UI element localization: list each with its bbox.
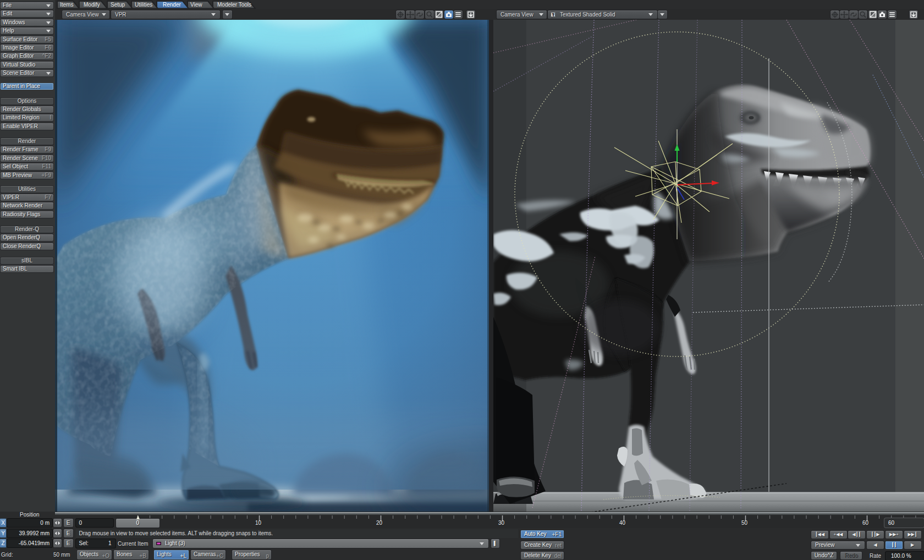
- svg-text:View: View: [190, 2, 202, 8]
- svg-text:Render: Render: [163, 2, 181, 8]
- svg-text:Modify: Modify: [84, 2, 100, 8]
- svg-text:Setup: Setup: [111, 2, 125, 8]
- svg-text:Utilities: Utilities: [135, 2, 152, 8]
- svg-text:Items: Items: [60, 2, 73, 8]
- svg-text:Modeler Tools: Modeler Tools: [217, 2, 251, 8]
